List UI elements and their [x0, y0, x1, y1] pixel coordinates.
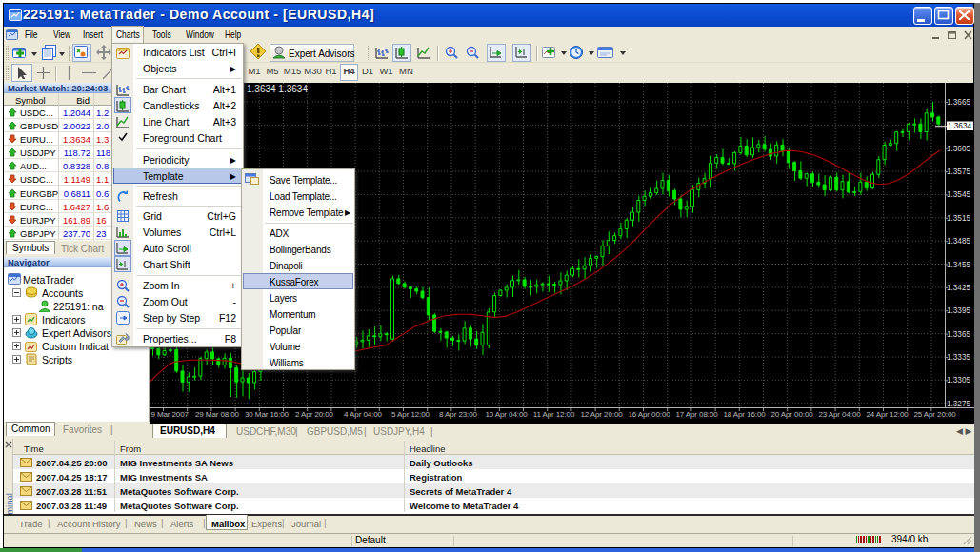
- svg-text:5 Apr 12:00: 5 Apr 12:00: [391, 410, 430, 419]
- svg-text:1.3425: 1.3425: [947, 284, 970, 292]
- svg-text:1.3634: 1.3634: [948, 122, 971, 130]
- svg-text:1.3485: 1.3485: [947, 237, 970, 246]
- svg-text:2 Apr 20:00: 2 Apr 20:00: [295, 410, 333, 419]
- svg-text:1.3305: 1.3305: [947, 376, 970, 384]
- svg-text:1.3395: 1.3395: [947, 306, 970, 315]
- svg-text:1.3335: 1.3335: [947, 353, 970, 362]
- svg-text:1.3575: 1.3575: [947, 168, 970, 176]
- svg-text:29 Mar 08:00: 29 Mar 08:00: [195, 410, 240, 419]
- svg-text:12 Apr 20:00: 12 Apr 20:00: [580, 410, 623, 419]
- svg-text:11 Apr 12:00: 11 Apr 12:00: [533, 410, 575, 419]
- svg-text:1.3545: 1.3545: [947, 190, 970, 199]
- svg-text:29 Mar 2007: 29 Mar 2007: [150, 410, 190, 419]
- svg-text:1.3455: 1.3455: [947, 261, 970, 269]
- svg-text:4 Apr 04:00: 4 Apr 04:00: [344, 410, 382, 419]
- svg-text:20 Apr 00:00: 20 Apr 00:00: [770, 410, 813, 419]
- svg-text:30 Mar 16:00: 30 Mar 16:00: [245, 410, 290, 419]
- svg-text:24 Apr 12:00: 24 Apr 12:00: [866, 410, 909, 419]
- svg-text:1.3665: 1.3665: [947, 98, 970, 107]
- svg-text:1.3634 1.3634: 1.3634 1.3634: [247, 84, 308, 94]
- svg-text:8 Apr 23:00: 8 Apr 23:00: [439, 410, 477, 419]
- svg-text:16 Apr 00:00: 16 Apr 00:00: [628, 410, 670, 419]
- svg-text:17 Apr 08:00: 17 Apr 08:00: [675, 410, 718, 419]
- svg-text:1.3365: 1.3365: [947, 330, 970, 339]
- svg-text:1.3275: 1.3275: [947, 400, 970, 408]
- svg-text:1.3605: 1.3605: [947, 145, 970, 153]
- svg-text:25 Apr 20:00: 25 Apr 20:00: [913, 410, 956, 419]
- svg-text:18 Apr 16:00: 18 Apr 16:00: [723, 410, 766, 419]
- svg-text:23 Apr 04:00: 23 Apr 04:00: [818, 410, 861, 419]
- svg-text:10 Apr 04:00: 10 Apr 04:00: [485, 410, 528, 419]
- svg-text:1.3515: 1.3515: [947, 214, 970, 223]
